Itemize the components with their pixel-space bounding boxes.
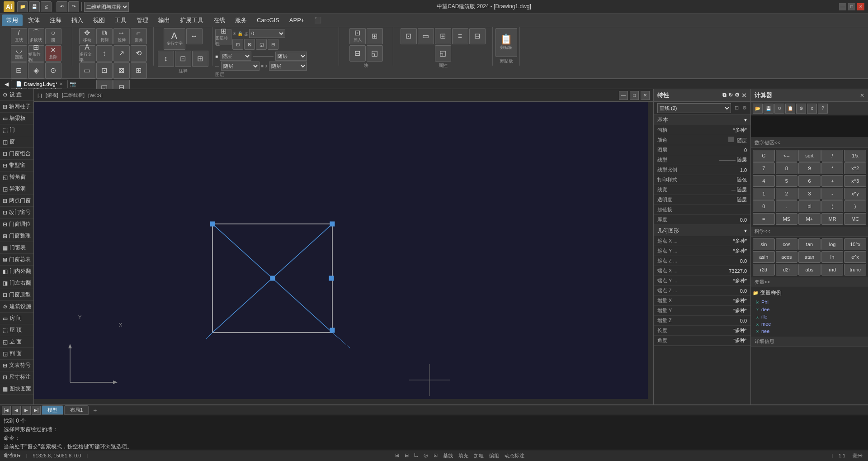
tool-attr-e6[interactable]: ◱ [435, 45, 451, 62]
transparency-select[interactable]: 随层 [269, 62, 307, 71]
layer-btn1[interactable]: ⊡ [232, 39, 243, 50]
tool-dim-linear[interactable]: ↔ [186, 28, 203, 44]
numpad-btn-1[interactable]: 1 [753, 188, 775, 200]
tool-line[interactable]: / 直线 [11, 28, 27, 44]
sidebar-item-change-dw-num[interactable]: ⊡ 改门窗号 [0, 207, 33, 219]
sidebar-item-corner-window[interactable]: ◱ 转角窗 [0, 171, 33, 183]
numpad-btn-_[interactable]: - [821, 188, 844, 200]
tool-layer-props[interactable]: ⊞ 图层特性 [215, 29, 231, 45]
calc-open-btn[interactable]: 📂 [753, 104, 763, 114]
numpad-btn-x_y[interactable]: x^y [844, 188, 866, 200]
numpad-btn-9[interactable]: 9 [798, 162, 821, 174]
tool-circle[interactable]: ○ 圆 [45, 28, 61, 44]
numpad-btn-0[interactable]: 0 [753, 200, 775, 212]
close-button[interactable]: ✕ [857, 3, 864, 10]
layer-btn2[interactable]: ⊠ [244, 39, 255, 50]
var-item-mee[interactable]: xmee [753, 320, 866, 328]
tool-attr-e4[interactable]: ≡ [452, 28, 468, 44]
calc-save-btn[interactable]: 💾 [764, 104, 774, 114]
sidebar-item-roof[interactable]: ⬚ 屋 顶 [0, 324, 33, 336]
canvas-max-btn[interactable]: □ [630, 91, 639, 100]
tool-block-e3[interactable]: ◱ [367, 45, 383, 62]
tool-draw-extra3[interactable]: ⊙ [45, 62, 61, 79]
menu-online[interactable]: 在线 [209, 14, 230, 26]
numpad-btn-4[interactable]: 4 [753, 175, 775, 187]
tool-modify-e7[interactable]: ⊞ [131, 62, 147, 79]
layer-btn3[interactable]: ◱ [256, 39, 267, 50]
tool-attr-e5[interactable]: ⊟ [469, 28, 486, 44]
tool-draw-extra2[interactable]: ◈ [28, 62, 44, 79]
prop-settings-btn[interactable]: ⚙ [735, 92, 740, 99]
tool-copy[interactable]: ⧉ 复制 [96, 28, 113, 44]
drawing-canvas[interactable]: Y X [34, 102, 653, 404]
menu-solid[interactable]: 实体 [24, 14, 44, 26]
status-snap-ortho[interactable]: ⊟ [403, 452, 410, 459]
file-tab-drawing1[interactable]: 📄 Drawing1.dwg* ✕ [11, 80, 68, 88]
tool-clipboard[interactable]: 📋 剪贴板 [495, 28, 517, 57]
canvas-min-btn[interactable]: — [619, 91, 628, 100]
sidebar-item-elevation[interactable]: ◱ 立 面 [0, 336, 33, 348]
calc-help-btn[interactable]: ? [818, 104, 828, 114]
tb-redo[interactable]: ↷ [68, 1, 79, 12]
sidebar-item-dw-total[interactable]: ⊠ 门窗总表 [0, 254, 33, 266]
menu-view[interactable]: 视图 [89, 14, 109, 26]
tool-block-e2[interactable]: ⊟ [349, 45, 366, 62]
numpad-btn-MC[interactable]: MC [844, 213, 866, 225]
science-btn-tan[interactable]: tan [798, 238, 821, 250]
sidebar-item-door-prototype[interactable]: ⊡ 门窗原型 [0, 289, 33, 301]
numpad-btn-x_2[interactable]: x^2 [844, 162, 866, 174]
tool-attr-e1[interactable]: ⊡ [401, 28, 417, 44]
status-bold[interactable]: 加粗 [472, 452, 486, 459]
science-btn-log[interactable]: log [821, 238, 844, 250]
menu-extend-tools[interactable]: 扩展工具 [175, 14, 208, 26]
numpad-btn-pi[interactable]: pi [798, 200, 821, 212]
menu-annotate[interactable]: 注释 [45, 14, 66, 26]
tool-move[interactable]: ✥ 移动 [79, 28, 95, 44]
numpad-btn-5[interactable]: 5 [776, 175, 798, 187]
tool-polyline[interactable]: ⌒ 多段线 [28, 28, 44, 44]
tool-modify-e1[interactable]: ↕ [96, 45, 113, 62]
science-btn-r2d[interactable]: r2d [753, 264, 775, 276]
numpad-btn-_[interactable]: = [753, 213, 775, 225]
tool-multitext[interactable]: A 多行文字 [79, 45, 95, 62]
tool-insert[interactable]: ⊡ 插入 [349, 28, 366, 44]
numpad-btn-_[interactable]: ( [821, 200, 844, 212]
numpad-btn-_[interactable]: * [821, 162, 844, 174]
sidebar-item-room[interactable]: ▭ 房 间 [0, 313, 33, 324]
sidebar-item-door-inout[interactable]: ◧ 门内外翻 [0, 266, 33, 277]
prop-copy-btn[interactable]: ⧉ [722, 92, 726, 99]
prop-section-geom-header[interactable]: 几何图形 ▾ [654, 225, 750, 236]
sidebar-item-dw-arrange[interactable]: ⊞ 门窗整理 [0, 230, 33, 242]
entity-select[interactable]: 直线 (2) [657, 103, 731, 113]
sidebar-item-text-symbol[interactable]: ⊞ 文表符号 [0, 360, 33, 371]
status-osnap[interactable]: ◎ [422, 452, 430, 459]
numpad-btn-M_[interactable]: M+ [798, 213, 821, 225]
tool-multiline-text[interactable]: A 多行文字 [164, 28, 185, 50]
science-btn-trunc[interactable]: trunc [844, 264, 866, 276]
numpad-btn-2[interactable]: 2 [776, 188, 798, 200]
sidebar-item-block-pattern[interactable]: ▦ 图块图案 [0, 383, 33, 395]
status-snap-track[interactable]: ⊡ [432, 452, 439, 459]
lineweight-select[interactable]: 随层 [221, 62, 259, 71]
sidebar-item-dw-adjust[interactable]: ⊟ 门窗调位 [0, 219, 33, 230]
tb-print[interactable]: 🖨 [41, 1, 52, 12]
tool-block-e1[interactable]: ⊞ [367, 28, 383, 44]
sidebar-item-doorwindow-combo[interactable]: ⊡ 门窗组合 [0, 148, 33, 160]
file-tab-camera[interactable]: 📷 [68, 81, 78, 87]
status-group[interactable]: 编组 [487, 452, 501, 459]
numpad-btn-1_x[interactable]: 1/x [844, 150, 866, 162]
linetype-select[interactable]: 随层 [275, 52, 307, 61]
numpad-btn-_[interactable]: + [821, 175, 844, 187]
tb-save[interactable]: 💾 [29, 1, 40, 12]
numpad-btn-_[interactable]: / [821, 150, 844, 162]
tb-file-open[interactable]: 📁 [17, 1, 28, 12]
status-baseline[interactable]: 基线 [441, 452, 455, 459]
var-item-nee[interactable]: xnee [753, 328, 866, 335]
menu-arcgis[interactable]: CarcGIS [252, 15, 284, 25]
var-item-dee[interactable]: xdee [753, 306, 866, 313]
numpad-btn-_[interactable]: . [776, 200, 798, 212]
tab-nav-prev[interactable]: ◀ [12, 406, 21, 415]
color-select[interactable]: 随层 [220, 52, 251, 61]
tool-attr-e2[interactable]: ▭ [418, 28, 434, 44]
numpad-btn-8[interactable]: 8 [776, 162, 798, 174]
